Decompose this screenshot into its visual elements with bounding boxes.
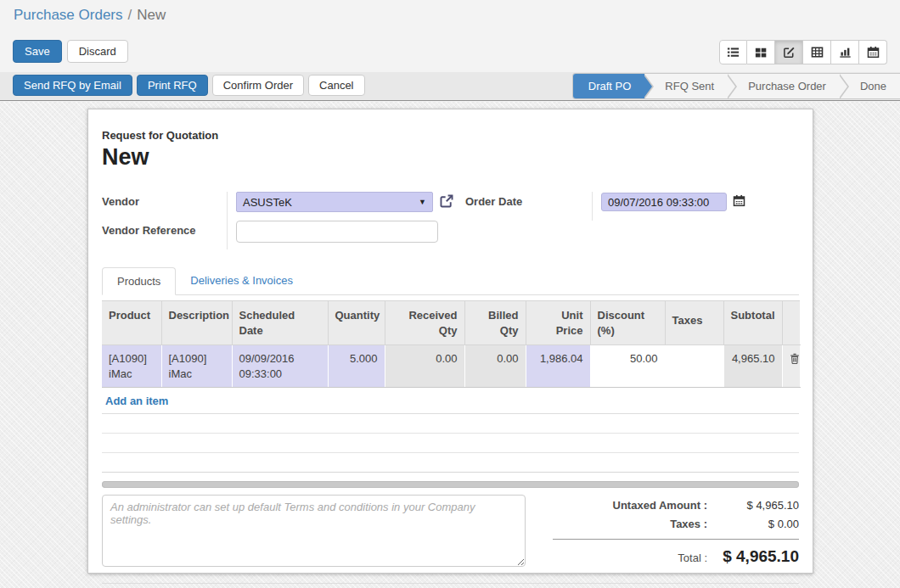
col-quantity[interactable]: Quantity — [328, 301, 385, 345]
external-link-icon[interactable] — [439, 193, 454, 212]
view-switcher — [719, 40, 887, 64]
right-field-column — [593, 192, 745, 221]
statusbar-buttons: Send RFQ by Email Print RFQ Confirm Orde… — [13, 75, 365, 96]
total-label: Total : — [678, 552, 707, 564]
cell-description[interactable]: [A1090] iMac — [161, 345, 232, 388]
vendor-label: Vendor — [102, 192, 218, 221]
taxes-label: Taxes : — [670, 518, 707, 530]
view-switch-pivot[interactable] — [803, 40, 831, 64]
statusbar: Send RFQ by Email Print RFQ Confirm Orde… — [0, 72, 900, 101]
calendar-icon[interactable] — [733, 194, 745, 210]
col-taxes[interactable]: Taxes — [665, 301, 723, 345]
sheet-subtitle: Request for Quotation — [102, 129, 799, 142]
breadcrumb: Purchase Orders/New — [14, 7, 166, 24]
totals-panel: Untaxed Amount : $ 4,965.10 Taxes : $ 0.… — [553, 495, 799, 572]
calendar-icon — [867, 46, 880, 59]
taxes-value: $ 0.00 — [707, 518, 799, 530]
vendor-reference-input[interactable] — [236, 221, 438, 243]
right-field-group: Order Date — [465, 192, 745, 221]
discard-button[interactable]: Discard — [67, 40, 128, 63]
caret-down-icon: ▼ — [419, 198, 426, 206]
empty-row — [102, 414, 799, 434]
table-horizontal-scrollbar[interactable] — [102, 481, 799, 488]
order-lines-table: Product Description Scheduled Date Quant… — [102, 300, 801, 388]
empty-row — [102, 434, 799, 453]
vendor-select-value: ASUSTeK — [243, 196, 292, 209]
breadcrumb-current: New — [137, 7, 166, 23]
table-row[interactable]: [A1090] iMac [A1090] iMac 09/09/2016 09:… — [102, 345, 800, 388]
step-rfq-sent[interactable]: RFQ Sent — [644, 74, 728, 98]
view-switch-kanban[interactable] — [747, 40, 775, 64]
breadcrumb-purchase-orders[interactable]: Purchase Orders — [14, 7, 123, 23]
cell-unit-price[interactable]: 1,986.04 — [526, 345, 590, 388]
total-value: $ 4,965.10 — [707, 547, 799, 566]
terms-and-conditions-textarea[interactable] — [102, 495, 526, 567]
left-field-column: ASUSTeK ▼ — [228, 192, 454, 249]
cancel-button[interactable]: Cancel — [308, 75, 364, 96]
table-header-row: Product Description Scheduled Date Quant… — [102, 301, 800, 345]
cell-quantity[interactable]: 5.000 — [328, 345, 385, 388]
right-label-column: Order Date — [465, 192, 593, 221]
col-actions — [782, 301, 800, 345]
col-subtotal[interactable]: Subtotal — [723, 301, 782, 345]
step-purchase-order[interactable]: Purchase Order — [728, 74, 840, 98]
cell-taxes[interactable] — [665, 345, 723, 388]
graph-icon — [839, 46, 852, 59]
breadcrumb-separator: / — [128, 7, 132, 23]
cell-scheduled-date[interactable]: 09/09/2016 09:33:00 — [232, 345, 328, 388]
order-date-input[interactable] — [601, 193, 727, 211]
cell-subtotal: 4,965.10 — [723, 345, 782, 388]
confirm-order-button[interactable]: Confirm Order — [212, 75, 304, 96]
send-rfq-by-email-button[interactable]: Send RFQ by Email — [13, 75, 132, 96]
view-switch-graph[interactable] — [831, 40, 859, 64]
tab-products[interactable]: Products — [102, 267, 176, 295]
col-received-qty[interactable]: Received Qty — [385, 301, 464, 345]
form-sheet: Request for Quotation New Vendor Vendor … — [87, 109, 813, 574]
print-rfq-button[interactable]: Print RFQ — [137, 75, 208, 96]
col-scheduled-date[interactable]: Scheduled Date — [232, 301, 328, 345]
vendor-reference-label: Vendor Reference — [102, 221, 218, 249]
add-an-item-link[interactable]: Add an item — [102, 388, 799, 414]
col-discount[interactable]: Discount (%) — [590, 301, 665, 345]
col-product[interactable]: Product — [102, 301, 161, 345]
col-unit-price[interactable]: Unit Price — [526, 301, 590, 345]
page-title: New — [102, 144, 799, 171]
step-draft-po[interactable]: Draft PO — [573, 74, 645, 98]
list-icon — [727, 46, 740, 59]
cell-discount[interactable]: 50.00 — [590, 345, 665, 388]
col-description[interactable]: Description — [161, 301, 232, 345]
view-switch-form[interactable] — [775, 40, 803, 64]
save-button[interactable]: Save — [13, 40, 62, 63]
form-edit-icon — [783, 46, 796, 59]
fields-area: Vendor Vendor Reference ASUSTeK ▼ — [102, 192, 799, 249]
col-billed-qty[interactable]: Billed Qty — [464, 301, 526, 345]
kanban-icon — [755, 47, 767, 59]
bottom-section: Untaxed Amount : $ 4,965.10 Taxes : $ 0.… — [102, 495, 799, 572]
left-label-column: Vendor Vendor Reference — [102, 192, 228, 249]
untaxed-amount-value: $ 4,965.10 — [707, 499, 799, 512]
view-switch-list[interactable] — [719, 40, 747, 64]
vendor-select[interactable]: ASUSTeK ▼ — [236, 192, 433, 212]
pivot-icon — [811, 46, 824, 59]
sheet-bottom-divider — [102, 583, 799, 584]
cell-billed-qty: 0.00 — [464, 345, 526, 388]
notebook-tabs: Products Deliveries & Invoices — [102, 267, 799, 295]
statusbar-steps: Draft PO RFQ Sent Purchase Order Done — [572, 73, 900, 99]
left-field-group: Vendor Vendor Reference ASUSTeK ▼ — [102, 192, 465, 249]
view-switch-calendar[interactable] — [859, 40, 887, 64]
trash-icon — [790, 354, 800, 367]
order-date-label: Order Date — [465, 192, 583, 221]
tab-deliveries-invoices[interactable]: Deliveries & Invoices — [176, 267, 307, 294]
cell-product[interactable]: [A1090] iMac — [102, 345, 161, 388]
delete-row-button[interactable] — [782, 345, 800, 388]
record-toolbar: Save Discard — [13, 40, 128, 63]
totals-divider — [553, 539, 799, 540]
empty-row — [102, 453, 799, 473]
untaxed-amount-label: Untaxed Amount : — [613, 499, 707, 512]
form-view-background: Request for Quotation New Vendor Vendor … — [0, 102, 900, 588]
cell-received-qty: 0.00 — [385, 345, 464, 388]
